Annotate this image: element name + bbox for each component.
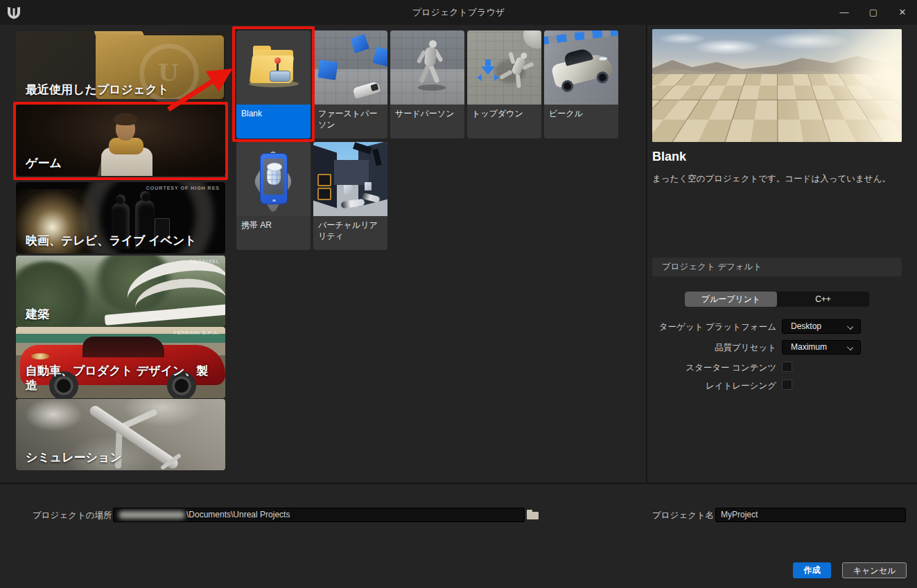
project-location-input[interactable]: \Documents\Unreal Projects: [113, 508, 525, 522]
close-button[interactable]: ✕: [888, 0, 917, 25]
template-tile-virtual-reality[interactable]: バーチャルリアリティ: [313, 142, 387, 250]
create-button[interactable]: 作成: [793, 562, 831, 578]
template-detail-title: Blank: [652, 150, 686, 164]
cpp-toggle-option[interactable]: C++: [777, 292, 869, 307]
template-label: バーチャルリアリティ: [313, 216, 387, 250]
raytracing-label: レイトレーシング: [596, 380, 776, 392]
template-tile-handheld-ar[interactable]: 携帯 AR: [236, 142, 311, 250]
starter-content-checkbox[interactable]: [782, 362, 792, 372]
project-name-input[interactable]: MyProject: [715, 508, 906, 522]
location-path-text: \Documents\Unreal Projects: [186, 510, 290, 519]
category-label: 最近使用したプロジェクト: [26, 82, 218, 97]
category-tile-architecture[interactable]: TILTPIXEL 建築: [16, 256, 225, 327]
window-title: プロジェクトブラウザ: [0, 0, 917, 25]
image-credit: FERRARI S.P.A.: [174, 330, 220, 335]
target-platform-label: ターゲット プラットフォーム: [596, 321, 776, 333]
chevron-down-icon: [847, 344, 853, 350]
project-location-label: プロジェクトの場所: [33, 510, 112, 522]
virtual-reality-thumbnail: [313, 142, 387, 216]
project-name-text: MyProject: [721, 510, 758, 519]
footer-bar: プロジェクトの場所 \Documents\Unreal Projects プロジ…: [0, 484, 917, 588]
title-bar: プロジェクトブラウザ — ▢ ✕: [0, 0, 917, 25]
browse-folder-button[interactable]: [527, 510, 539, 519]
quality-preset-value: Maximum: [791, 342, 827, 352]
template-label: 携帯 AR: [236, 216, 311, 250]
blank-template-thumbnail: [236, 30, 311, 105]
template-tile-vehicle[interactable]: ビークル: [544, 30, 618, 139]
maximize-button[interactable]: ▢: [859, 0, 888, 25]
template-tile-blank[interactable]: Blank: [236, 30, 311, 139]
cancel-button[interactable]: キャンセル: [842, 562, 907, 578]
third-person-thumbnail: [390, 30, 464, 105]
image-credit: TILTPIXEL: [190, 259, 220, 264]
category-label: 映画、テレビ、ライブ イベント: [26, 233, 218, 248]
category-tile-recent-projects[interactable]: U 最近使用したプロジェクト: [16, 31, 225, 103]
quality-preset-label: 品質プリセット: [596, 342, 776, 354]
quality-preset-dropdown[interactable]: Maximum: [782, 340, 861, 355]
handheld-ar-thumbnail: [236, 142, 311, 216]
first-person-thumbnail: [313, 30, 387, 105]
template-label: ビークル: [544, 105, 618, 139]
template-label: トップダウン: [467, 105, 541, 139]
template-label: サードパーソン: [390, 105, 464, 139]
template-detail-description: まったく空のプロジェクトです。コードは入っていません。: [652, 173, 906, 185]
category-label: 自動車、プロダクト デザイン、製造: [26, 364, 218, 393]
project-name-label: プロジェクト名: [652, 510, 714, 522]
category-label: シミュレーション: [26, 450, 218, 465]
template-label: Blank: [236, 105, 311, 139]
project-defaults-header: プロジェクト デフォルト: [652, 258, 902, 276]
project-type-toggle: ブループリント C++: [685, 292, 869, 307]
category-tile-film-tv[interactable]: COURTESY OF HIGH RES 映画、テレビ、ライブ イベント: [16, 182, 225, 253]
starter-content-label: スターター コンテンツ: [596, 362, 776, 374]
category-label: ゲーム: [26, 156, 218, 170]
vehicle-thumbnail: [544, 30, 618, 105]
target-platform-value: Desktop: [791, 321, 821, 331]
category-tile-simulation[interactable]: シミュレーション: [16, 399, 225, 470]
chevron-down-icon: [847, 323, 853, 330]
top-down-thumbnail: [467, 30, 541, 105]
template-tile-first-person[interactable]: ファーストパーソン: [313, 30, 387, 139]
blueprint-toggle-option[interactable]: ブループリント: [685, 292, 777, 307]
minimize-button[interactable]: —: [830, 0, 859, 25]
template-tile-third-person[interactable]: サードパーソン: [390, 30, 464, 139]
panel-divider-vertical: [646, 25, 647, 483]
template-tile-top-down[interactable]: トップダウン: [467, 30, 541, 139]
target-platform-dropdown[interactable]: Desktop: [782, 319, 861, 334]
redacted-path-segment: [119, 511, 185, 519]
template-label: ファーストパーソン: [313, 105, 387, 139]
raytracing-checkbox[interactable]: [782, 380, 792, 390]
category-label: 建築: [26, 307, 218, 321]
category-tile-games[interactable]: ゲーム: [16, 105, 225, 176]
template-preview-image: [652, 29, 902, 142]
category-tile-automotive[interactable]: FERRARI S.P.A. 自動車、プロダクト デザイン、製造: [16, 327, 225, 398]
image-credit: COURTESY OF HIGH RES: [146, 186, 220, 190]
